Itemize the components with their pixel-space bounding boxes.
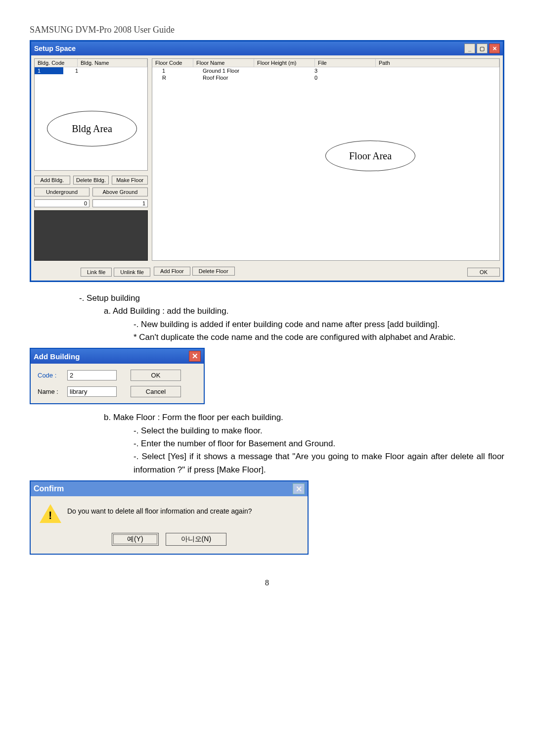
name-label: Name : <box>38 388 67 395</box>
floor-name-header[interactable]: Floor Name <box>193 59 254 67</box>
close-icon[interactable]: ✕ <box>293 483 305 494</box>
building-list[interactable]: Bldg. Code Bldg. Name 1 1 Bldg Area <box>34 58 148 171</box>
setup-space-window: Setup Space _ ▢ ✕ Bldg. Code Bldg. Name … <box>30 40 504 282</box>
delete-floor-button[interactable]: Delete Floor <box>192 267 235 276</box>
table-row[interactable]: 1 1 <box>35 67 147 74</box>
doc-text: b. Make Floor : Form the floor per each … <box>104 411 504 424</box>
above-ground-input[interactable]: 1 <box>92 199 148 207</box>
ok-button[interactable]: OK <box>467 268 500 277</box>
setup-space-title-text: Setup Space <box>34 45 76 52</box>
warning-icon: ! <box>40 504 59 524</box>
delete-building-button[interactable]: Delete Bldg. <box>73 176 109 185</box>
bldg-name-header[interactable]: Bldg. Name <box>78 59 147 67</box>
link-file-button[interactable]: Link file <box>81 268 112 277</box>
table-row[interactable]: 1 Ground 1 Floor 3 <box>152 67 499 74</box>
cancel-button[interactable]: Cancel <box>131 386 181 397</box>
doc-text: -. Select [Yes] if it shows a message th… <box>134 450 504 476</box>
confirm-message: Do you want to delete all floor informat… <box>67 504 252 515</box>
add-building-dialog: Add Building ✕ Code : OK Name : Cancel <box>30 348 205 404</box>
floor-path-header[interactable]: Path <box>376 59 499 67</box>
code-label: Code : <box>38 372 67 379</box>
yes-button[interactable]: 예(Y) <box>112 533 159 546</box>
add-building-titlebar[interactable]: Add Building ✕ <box>31 349 204 364</box>
floor-file-header[interactable]: File <box>315 59 376 67</box>
doc-text: -. Setup building <box>79 292 504 305</box>
underground-label: Underground <box>34 188 89 196</box>
floor-height-header[interactable]: Floor Height (m) <box>254 59 315 67</box>
bldg-name-cell: 1 <box>63 67 81 74</box>
doc-text: a. Add Building : add the building. <box>104 305 504 318</box>
confirm-titlebar[interactable]: Confirm ✕ <box>31 481 308 496</box>
table-row[interactable]: R Roof Floor 0 <box>152 74 499 81</box>
add-building-button[interactable]: Add Bldg. <box>34 176 70 185</box>
unlink-file-button[interactable]: Unlink file <box>114 268 150 277</box>
bldg-code-header[interactable]: Bldg. Code <box>35 59 78 67</box>
add-floor-button[interactable]: Add Floor <box>154 267 190 276</box>
above-ground-label: Above Ground <box>92 188 148 196</box>
floor-list[interactable]: Floor Code Floor Name Floor Height (m) F… <box>152 58 500 261</box>
close-icon[interactable]: ✕ <box>489 44 500 53</box>
name-input[interactable] <box>67 386 117 397</box>
setup-space-titlebar[interactable]: Setup Space _ ▢ ✕ <box>31 42 503 55</box>
confirm-dialog: Confirm ✕ ! Do you want to delete all fl… <box>30 480 309 555</box>
doc-text: * Can't duplicate the code name and the … <box>134 331 504 344</box>
confirm-title-text: Confirm <box>34 484 64 493</box>
make-floor-button[interactable]: Make Floor <box>112 176 148 185</box>
underground-input[interactable]: 0 <box>34 199 89 207</box>
add-building-title-text: Add Building <box>34 352 80 361</box>
doc-text: -. New building is added if enter buildi… <box>134 318 504 331</box>
preview-area <box>34 210 148 261</box>
page-title: SAMSUNG DVM-Pro 2008 User Guide <box>0 0 534 40</box>
maximize-icon[interactable]: ▢ <box>477 44 488 53</box>
minimize-icon[interactable]: _ <box>464 44 475 53</box>
bldg-area-callout: Bldg Area <box>47 111 137 146</box>
ok-button[interactable]: OK <box>131 370 181 381</box>
no-button[interactable]: 아니오(N) <box>166 533 226 546</box>
floor-code-header[interactable]: Floor Code <box>152 59 193 67</box>
close-icon[interactable]: ✕ <box>189 351 201 362</box>
bldg-code-cell: 1 <box>35 67 63 74</box>
doc-text: -. Select the building to make floor. <box>134 425 504 437</box>
code-input[interactable] <box>67 370 117 380</box>
floor-area-callout: Floor Area <box>325 141 415 171</box>
page-number: 8 <box>0 559 534 602</box>
doc-text: -. Enter the number of floor for Basemen… <box>134 437 504 450</box>
